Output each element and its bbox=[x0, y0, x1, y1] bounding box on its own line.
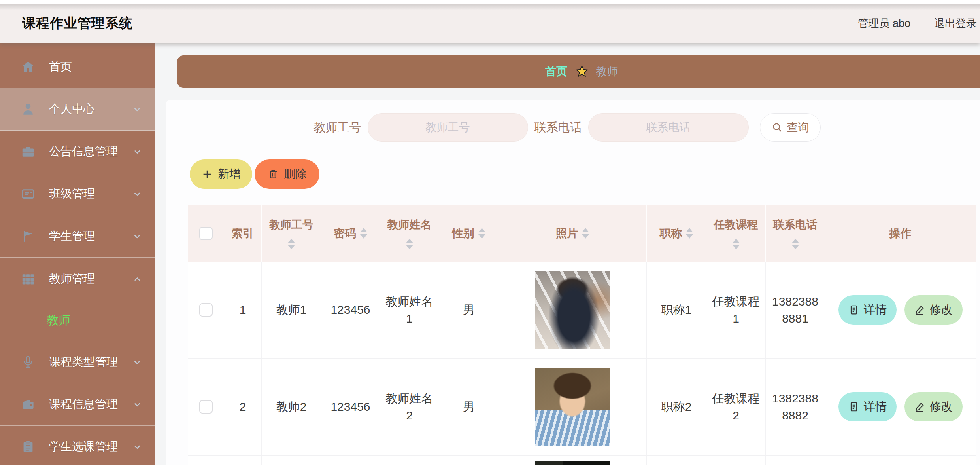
sidebar-subitem-teacher[interactable]: 教师 bbox=[0, 300, 155, 341]
sort-control[interactable] bbox=[582, 228, 589, 239]
row-checkbox[interactable] bbox=[199, 303, 213, 317]
table-row: 1 教师1 123456 教师姓名1 男 职称1 任教课程1 138238888… bbox=[188, 262, 976, 359]
sidebar-item-label: 教师管理 bbox=[49, 271, 131, 287]
app-title: 课程作业管理系统 bbox=[22, 14, 133, 32]
sort-control[interactable] bbox=[288, 239, 295, 249]
cell-name bbox=[380, 456, 439, 465]
chevron-down-icon bbox=[131, 399, 143, 410]
add-button-label: 新增 bbox=[218, 166, 241, 182]
sidebar-item-label: 个人中心 bbox=[49, 101, 131, 117]
sort-control[interactable] bbox=[360, 228, 367, 239]
search-form: 教师工号 联系电话 查询 bbox=[166, 113, 968, 142]
header-cell-actions: 操作 bbox=[825, 205, 976, 262]
cell-name: 教师姓名2 bbox=[380, 359, 439, 455]
sort-control[interactable] bbox=[478, 228, 485, 239]
grid-icon bbox=[21, 271, 36, 287]
home-icon bbox=[21, 59, 36, 74]
teacher-no-input[interactable] bbox=[368, 113, 528, 142]
add-button[interactable]: 新增 bbox=[190, 159, 252, 189]
logout-link[interactable]: 退出登录 bbox=[934, 16, 977, 30]
row-checkbox[interactable] bbox=[199, 400, 213, 414]
cell-phone: 13823888882 bbox=[766, 359, 825, 455]
cell-teacher-no bbox=[262, 456, 321, 465]
cell-title bbox=[647, 456, 706, 465]
sidebar-item-class-management[interactable]: 班级管理 bbox=[0, 173, 155, 215]
pencil-icon bbox=[914, 304, 926, 316]
header-cell-index: 索引 bbox=[224, 205, 262, 262]
chevron-down-icon bbox=[131, 103, 143, 115]
phone-input[interactable] bbox=[588, 113, 749, 142]
pencil-icon bbox=[914, 401, 926, 413]
teacher-photo bbox=[535, 368, 610, 446]
star-icon bbox=[575, 65, 589, 79]
detail-button-label: 详情 bbox=[864, 302, 887, 318]
table-row bbox=[188, 456, 976, 465]
query-button-label: 查询 bbox=[787, 120, 809, 135]
sidebar-item-student-management[interactable]: 学生管理 bbox=[0, 215, 155, 258]
cell-password: 123456 bbox=[321, 262, 380, 358]
cell-phone bbox=[766, 456, 825, 465]
delete-button[interactable]: 删除 bbox=[255, 159, 319, 189]
sidebar-item-course-selection-management[interactable]: 学生选课管理 bbox=[0, 426, 155, 465]
page: 课程作业管理系统 管理员 abo 退出登录 首页 个人中心 bbox=[0, 0, 980, 465]
sort-control[interactable] bbox=[406, 239, 413, 249]
sidebar-item-announcements[interactable]: 公告信息管理 bbox=[0, 131, 155, 173]
sidebar-item-teacher-management[interactable]: 教师管理 bbox=[0, 258, 155, 300]
detail-button[interactable]: 详情 bbox=[838, 295, 897, 325]
edit-button[interactable]: 修改 bbox=[904, 392, 963, 421]
table-toolbar: 新增 删除 bbox=[190, 159, 319, 189]
top-header: 课程作业管理系统 管理员 abo 退出登录 bbox=[0, 0, 980, 43]
sidebar-item-home[interactable]: 首页 bbox=[0, 46, 155, 88]
sidebar-item-label: 公告信息管理 bbox=[49, 144, 131, 159]
chevron-down-icon bbox=[131, 356, 143, 368]
sort-control[interactable] bbox=[792, 239, 799, 249]
card-icon bbox=[21, 186, 36, 201]
cell-teacher-no: 教师1 bbox=[262, 262, 321, 358]
delete-button-label: 删除 bbox=[284, 166, 307, 182]
cell-gender: 男 bbox=[439, 359, 498, 455]
sidebar-item-personal-center[interactable]: 个人中心 bbox=[0, 88, 155, 131]
cell-password bbox=[321, 456, 380, 465]
breadcrumb-home-link[interactable]: 首页 bbox=[546, 64, 568, 79]
cell-name: 教师姓名1 bbox=[380, 262, 439, 358]
header-cell-name: 教师姓名 bbox=[380, 205, 439, 262]
cell-teacher-no: 教师2 bbox=[262, 359, 321, 455]
sidebar-item-course-info-management[interactable]: 课程信息管理 bbox=[0, 383, 155, 426]
header-right: 管理员 abo 退出登录 bbox=[857, 16, 980, 30]
teacher-table: 索引 教师工号 密码 教师姓名 性别 bbox=[188, 205, 976, 465]
cell-index bbox=[224, 456, 262, 465]
cell-gender bbox=[439, 456, 498, 465]
select-all-checkbox[interactable] bbox=[199, 227, 213, 240]
admin-user-label[interactable]: 管理员 abo bbox=[857, 16, 910, 30]
query-button[interactable]: 查询 bbox=[760, 113, 821, 142]
edit-button-label: 修改 bbox=[930, 302, 953, 318]
table-row: 2 教师2 123456 教师姓名2 男 职称2 任教课程2 138238888… bbox=[188, 359, 976, 456]
sidebar-item-label: 课程类型管理 bbox=[49, 354, 131, 370]
header-cell-password: 密码 bbox=[321, 205, 380, 262]
teacher-no-label: 教师工号 bbox=[314, 120, 361, 136]
briefcase-icon bbox=[21, 144, 36, 159]
header-cell-select bbox=[188, 205, 224, 262]
trash-icon bbox=[267, 168, 279, 180]
sidebar-item-label: 学生选课管理 bbox=[49, 439, 131, 455]
sidebar-subitem-label: 教师 bbox=[47, 312, 70, 328]
sidebar-item-course-type-management[interactable]: 课程类型管理 bbox=[0, 341, 155, 383]
header-cell-phone: 联系电话 bbox=[766, 205, 825, 262]
detail-button[interactable]: 详情 bbox=[838, 392, 897, 421]
edit-button-label: 修改 bbox=[930, 399, 953, 415]
sort-control[interactable] bbox=[686, 228, 693, 239]
cell-phone: 13823888881 bbox=[766, 262, 825, 358]
sidebar: 首页 个人中心 公告信息管理 班级管理 bbox=[0, 43, 155, 465]
sidebar-item-label: 班级管理 bbox=[49, 186, 131, 202]
cell-title: 职称1 bbox=[647, 262, 706, 358]
microphone-icon bbox=[21, 355, 36, 370]
table-header-row: 索引 教师工号 密码 教师姓名 性别 bbox=[188, 205, 976, 262]
edit-button[interactable]: 修改 bbox=[904, 295, 963, 325]
sort-control[interactable] bbox=[733, 239, 740, 249]
sidebar-item-label: 学生管理 bbox=[49, 228, 131, 244]
cell-index: 1 bbox=[224, 262, 262, 358]
chevron-down-icon bbox=[131, 188, 143, 200]
cell-password: 123456 bbox=[321, 359, 380, 455]
header-shadow bbox=[0, 4, 980, 10]
cell-course: 任教课程2 bbox=[706, 359, 766, 455]
